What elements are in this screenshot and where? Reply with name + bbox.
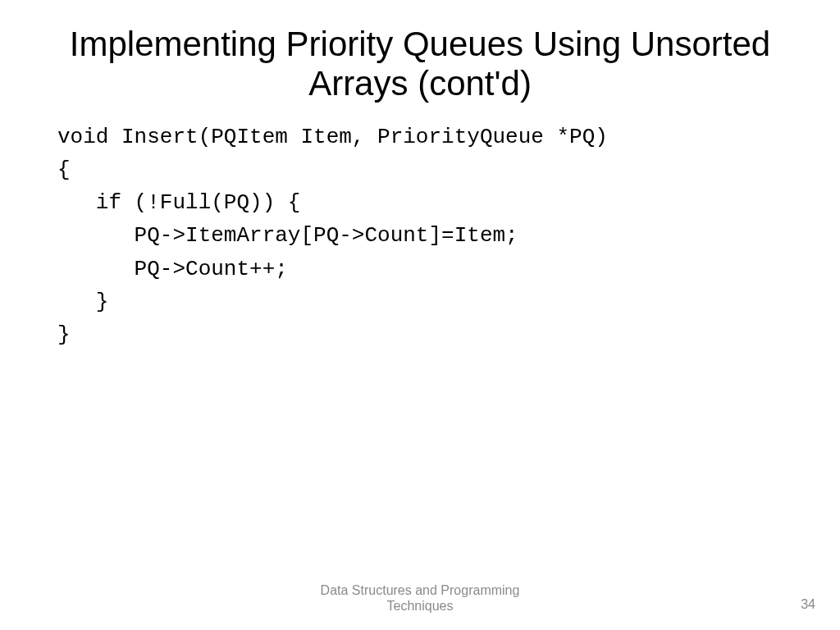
page-number: 34 xyxy=(801,597,815,612)
footer-line: Techniques xyxy=(0,598,840,614)
code-line: PQ->Count++; xyxy=(57,257,288,281)
code-line: { xyxy=(57,158,71,182)
code-line: void Insert(PQItem Item, PriorityQueue *… xyxy=(57,125,608,149)
code-line: } xyxy=(57,290,108,314)
slide-title: Implementing Priority Queues Using Unsor… xyxy=(0,0,840,121)
code-line: if (!Full(PQ)) { xyxy=(57,190,300,215)
footer-text: Data Structures and Programming Techniqu… xyxy=(0,582,840,614)
code-line: PQ->ItemArray[PQ->Count]=Item; xyxy=(57,223,518,248)
code-line: } xyxy=(57,322,71,347)
footer-line: Data Structures and Programming xyxy=(0,582,840,598)
code-block: void Insert(PQItem Item, PriorityQueue *… xyxy=(0,121,840,352)
